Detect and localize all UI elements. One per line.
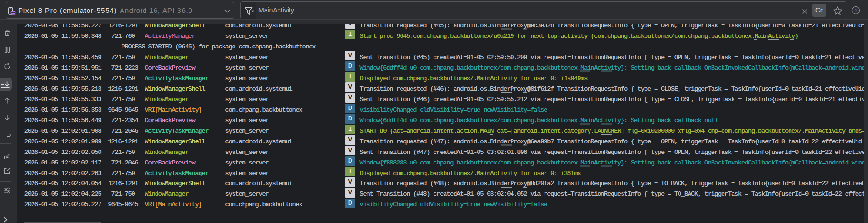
svg-text:?: ?: [854, 8, 857, 13]
